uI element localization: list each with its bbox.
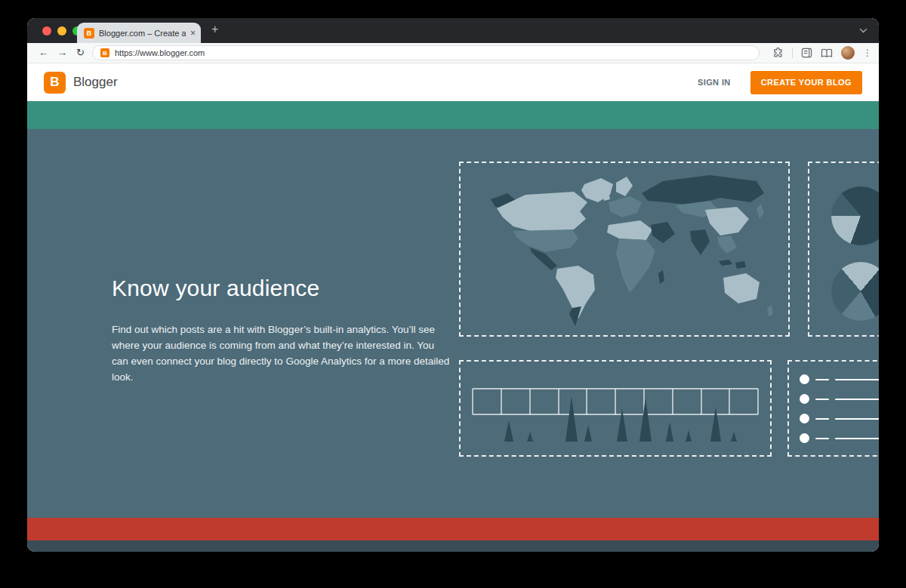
bullet-icon [800,433,809,443]
continent-new-zealand [767,305,773,317]
line-segment [815,399,829,400]
close-tab-icon[interactable]: × [190,29,196,38]
teal-band [27,101,879,129]
line-segment [835,379,879,380]
reading-list-book-icon[interactable] [821,48,833,58]
trend-spikes [504,396,737,442]
continent-australia [723,273,760,303]
list-item [800,394,879,404]
desktop-background: B Blogger.com – Create a uniq × + ← → ↻ … [0,0,906,588]
browser-menu-icon[interactable]: ⋮ [863,48,872,58]
new-tab-button[interactable]: + [211,23,218,36]
continent-japan [757,204,764,219]
world-map-panel [459,162,790,337]
site-header: B Blogger SIGN IN CREATE YOUR BLOG [27,63,879,101]
line-segment [815,379,829,380]
trend-chart-panel [459,360,772,457]
address-bar[interactable]: B https://www.blogger.com [92,45,760,60]
pie-chart-bottom [831,262,879,321]
line-segment [835,418,879,420]
blogger-favicon-icon: B [100,48,109,57]
forward-icon[interactable]: → [57,46,67,60]
footer-band [27,540,879,552]
reload-icon[interactable]: ↻ [76,46,85,60]
browser-toolbar: ← → ↻ B https://www.blogger.com [27,43,879,63]
continent-middle-east [651,222,675,243]
line-segment [835,399,879,400]
tab-strip: B Blogger.com – Create a uniq × + [27,18,879,43]
blogger-logo-icon[interactable]: B [44,72,66,94]
continent-se-asia [717,236,737,254]
blogger-favicon-icon: B [84,28,94,38]
line-segment [835,438,879,439]
continent-europe [609,196,642,217]
continent-russia [642,175,764,205]
toolbar-right-cluster: ⋮ [772,43,872,63]
red-band [27,518,879,540]
continent-usa [513,229,578,252]
continent-patagonia [569,306,581,326]
back-icon[interactable]: ← [39,46,48,60]
url-text: https://www.blogger.com [115,48,205,57]
minimize-window-button[interactable] [57,26,66,35]
side-panel-icon[interactable] [801,48,812,58]
browser-window: B Blogger.com – Create a uniq × + ← → ↻ … [27,18,879,552]
sign-in-link[interactable]: SIGN IN [698,78,731,87]
brand-name: Blogger [73,75,118,90]
close-window-button[interactable] [42,26,51,35]
continent-north-africa [607,220,652,240]
continent-india [690,229,710,255]
bullet-icon [800,414,809,423]
world-map-illustration [461,163,788,335]
hero-paragraph: Find out which posts are a hit with Blog… [112,322,450,385]
bullet-icon [800,374,809,384]
continent-scandinavia [616,177,633,196]
continent-madagascar [658,270,664,284]
bullet-icon [800,394,809,404]
stats-list-panel [787,360,879,457]
list-item [800,433,879,443]
create-blog-button[interactable]: CREATE YOUR BLOG [750,71,862,94]
pie-charts-panel [808,162,879,337]
stats-list [800,374,879,443]
line-segment [815,438,829,439]
trend-chart-illustration [461,362,770,455]
hero-title: Know your audience [112,275,319,302]
list-item [800,414,879,423]
tab-title: Blogger.com – Create a uniq [99,29,186,38]
hero-section: Know your audience Find out which posts … [27,129,879,518]
continent-china [705,207,749,236]
line-segment [815,418,829,420]
pie-chart-top [831,186,879,245]
list-item [800,374,879,384]
traffic-lights [42,26,82,35]
browser-tab[interactable]: B Blogger.com – Create a uniq × [77,23,201,43]
continent-indonesia [719,260,746,269]
toolbar-divider [792,48,793,58]
continent-africa [616,239,655,293]
profile-avatar[interactable] [841,46,855,60]
tab-search-chevron-icon[interactable] [859,28,867,34]
extensions-puzzle-icon[interactable] [772,48,784,59]
